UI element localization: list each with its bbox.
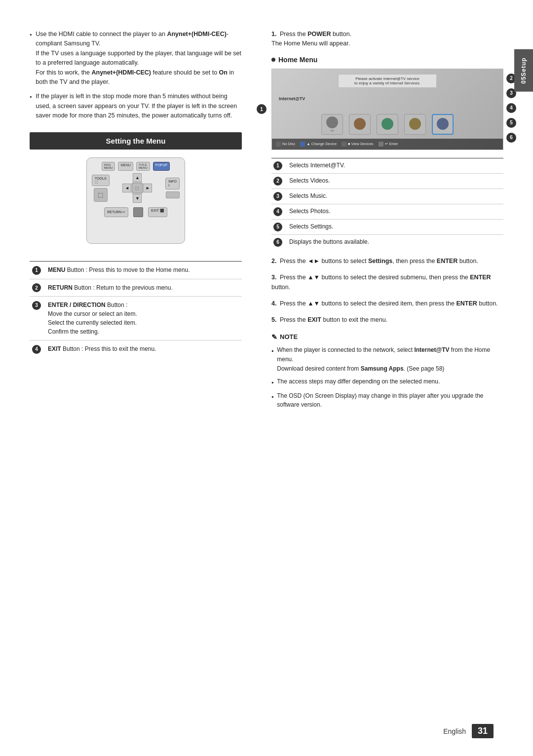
hm-icon-settings	[432, 114, 454, 135]
hm-bottom-enter: ↵ Enter	[379, 142, 398, 147]
step-4-number: 4.	[271, 300, 276, 307]
note-bullet-marker-2: ▪	[271, 378, 273, 387]
hm-desc-2: Selects Videos.	[287, 173, 503, 189]
hm-items-table: 1 Selects Internet@TV. 2 Selects Videos.…	[271, 158, 503, 250]
note-bullet-marker-3: ▪	[271, 392, 273, 410]
side-tab-label: Setup	[520, 57, 527, 76]
setting-desc-4: EXIT Button : Press this to exit the men…	[45, 340, 242, 358]
setting-num-2: 2	[30, 279, 45, 297]
disc-menu-btn: DISCMENU	[102, 162, 115, 171]
home-menu-title: Home Menu	[271, 56, 503, 64]
note-bullet-text-3: The OSD (On Screen Display) may change i…	[277, 391, 503, 410]
hm-desc-4: Selects Photos.	[287, 204, 503, 219]
hm-desc-5: Selects Settings.	[287, 219, 503, 234]
dpad-center-btn: ⬚	[132, 183, 143, 193]
hm-icon-label-tv: TV	[330, 129, 334, 132]
hm-icon-music	[377, 114, 398, 135]
hm-nodisc-icon	[276, 142, 281, 147]
step-4: 4. Press the ▲▼ buttons to select the de…	[271, 299, 503, 308]
hm-enter-label: ↵ Enter	[385, 142, 398, 146]
hm-bottom-viewdevices: ■ View Devices	[342, 142, 374, 147]
right-column: 1. Press the POWER button. The Home Menu…	[262, 30, 503, 726]
hm-message-line1: Please activate Internet@TV service	[343, 76, 431, 81]
tools-info-col: TOOLS⬚ ⬚	[92, 175, 110, 202]
note-title: ✎ NOTE	[271, 332, 503, 343]
dpad-down: ▼	[133, 194, 142, 203]
home-menu-bullet-dot	[271, 58, 275, 62]
step-1-number: 1.	[271, 31, 276, 38]
hm-icon-circle-tv	[326, 116, 338, 128]
remote-bottom-row: RETURN ↩ EXIT ⬛	[92, 207, 180, 217]
hm-view-label: ■ View Devices	[348, 142, 374, 146]
step-3-number: 3.	[271, 274, 276, 281]
dpad-up: ▲	[133, 173, 142, 182]
hm-enter-icon	[379, 142, 383, 147]
note-bullet-2: ▪ The access steps may differ depending …	[271, 377, 503, 387]
note-bullet-1: ▪ When the player is connected to the ne…	[271, 345, 503, 373]
note-label: NOTE	[280, 332, 298, 342]
hm-label-5: 5	[506, 118, 516, 128]
return-btn: RETURN ↩	[104, 207, 128, 217]
setting-num-1: 1	[30, 262, 45, 279]
hm-icon-circle-photos	[409, 118, 421, 130]
page-footer: English 31	[443, 724, 494, 738]
remote-mid-row: TOOLS⬚ ⬚ ▲ ◄ ⬚ ► ▼	[92, 173, 180, 203]
bullet-marker-1: ▪	[30, 30, 32, 87]
setting-table: 1 MENU Button : Press this to move to th…	[30, 261, 242, 358]
note-section: ✎ NOTE ▪ When the player is connected to…	[271, 332, 503, 410]
hm-row-4: 4 Selects Photos.	[271, 204, 503, 219]
note-bullet-text-2: The access steps may differ depending on…	[277, 377, 440, 387]
hm-bottom-change: ▲ Change Device	[300, 142, 337, 147]
hm-left-label: 1	[257, 104, 268, 114]
page-number: 31	[472, 724, 494, 738]
enter-btn: ⬚	[94, 188, 108, 202]
bullet-text-hdmi: Use the HDMI cable to connect the player…	[36, 30, 242, 87]
title-menu-btn: TITLEMENU	[136, 162, 150, 171]
menu-btn: MENU	[118, 162, 133, 171]
dpad-left: ◄	[122, 184, 131, 192]
hm-desc-1: Selects Internet@TV.	[287, 158, 503, 173]
setting-desc-1: MENU Button : Press this to move to the …	[45, 262, 242, 279]
hm-desc-3: Selects Music.	[287, 189, 503, 204]
setting-num-3: 3	[30, 297, 45, 340]
left-column: ▪ Use the HDMI cable to connect the play…	[30, 30, 242, 726]
hm-icons-row: TV	[272, 114, 503, 135]
hm-num-cell-5: 5	[271, 219, 287, 234]
hm-row-5: 5 Selects Settings.	[271, 219, 503, 234]
hm-change-label: ▲ Change Device	[306, 142, 337, 146]
hm-row-1: 1 Selects Internet@TV.	[271, 158, 503, 173]
step-5-number: 5.	[271, 316, 276, 323]
step-3: 3. Press the ▲▼ buttons to select the de…	[271, 273, 503, 292]
setting-row-1: 1 MENU Button : Press this to move to th…	[30, 262, 242, 279]
hm-icon-circle-settings	[437, 118, 449, 130]
exit-btn: EXIT ⬛	[148, 207, 167, 217]
home-menu-label: Home Menu	[278, 56, 317, 64]
info-col: INFOi	[165, 178, 180, 198]
down-btn	[133, 207, 143, 217]
tools-btn: TOOLS⬚	[92, 175, 110, 186]
hm-icon-photos	[404, 114, 426, 135]
hm-icon-videos	[349, 114, 371, 135]
remote-wrapper: 1 2 3 4 DISCMENU MENU TITLEMENU POPUP	[86, 157, 185, 251]
remote-top-row: DISCMENU MENU TITLEMENU POPUP	[92, 162, 180, 171]
step-2: 2. Press the ◄► buttons to select Settin…	[271, 257, 503, 266]
hm-num-cell-3: 3	[271, 189, 287, 204]
bullet-text-screensaver: If the player is left in the stop mode m…	[36, 92, 242, 120]
bullet-item-screensaver: ▪ If the player is left in the stop mode…	[30, 92, 242, 120]
remote-dpad: ▲ ◄ ⬚ ► ▼	[122, 173, 152, 203]
step-5: 5. Press the EXIT button to exit the men…	[271, 315, 503, 325]
setting-menu-heading: Setting the Menu	[30, 132, 242, 150]
home-menu-diagram: Please activate Internet@TV service to e…	[271, 69, 503, 150]
side-tab: 05 Setup	[514, 49, 533, 92]
bullet-section-1: ▪ Use the HDMI cable to connect the play…	[30, 30, 242, 120]
hm-internet-label: Internet@TV	[279, 96, 305, 101]
hm-label-4: 4	[506, 103, 516, 113]
setting-row-2: 2 RETURN Button : Return to the previous…	[30, 279, 242, 297]
remote-diagram: 1 2 3 4 DISCMENU MENU TITLEMENU POPUP	[30, 157, 242, 251]
hm-num-cell-4: 4	[271, 204, 287, 219]
setting-desc-3: ENTER / DIRECTION Button : Move the curs…	[45, 297, 242, 340]
extra-btn	[166, 191, 180, 198]
note-bullet-marker-1: ▪	[271, 346, 273, 373]
note-bullet-3: ▪ The OSD (On Screen Display) may change…	[271, 391, 503, 410]
side-tab-number: 05	[520, 76, 527, 83]
